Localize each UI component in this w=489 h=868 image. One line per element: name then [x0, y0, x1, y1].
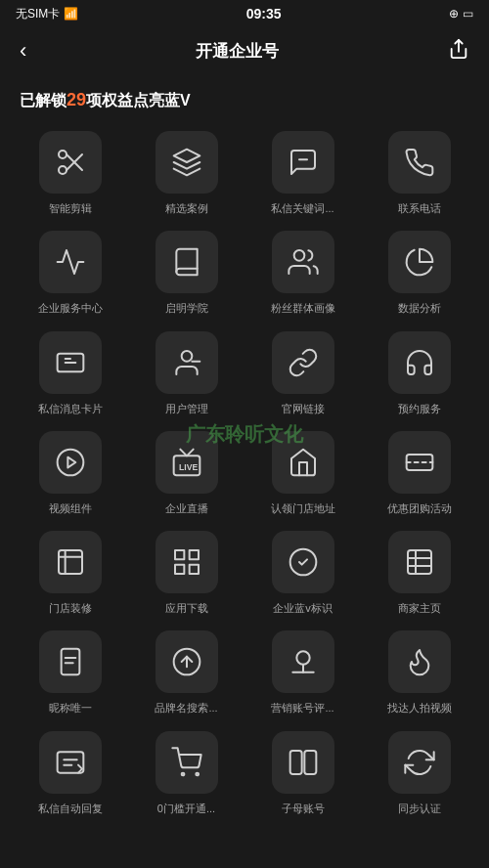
icon-box-item-25 — [39, 731, 102, 794]
grid-item-item-24[interactable]: 找达人拍视频 — [365, 630, 473, 715]
icon-box-item-9 — [39, 331, 102, 394]
grid-item-item-19[interactable]: 企业蓝v标识 — [248, 531, 357, 615]
icon-label-item-19: 企业蓝v标识 — [273, 601, 333, 615]
icon-label-item-11: 官网链接 — [282, 402, 325, 415]
icon-box-item-26 — [156, 731, 218, 794]
grid-item-item-16[interactable]: 优惠团购活动 — [365, 431, 473, 515]
icon-label-item-23: 营销账号评... — [271, 701, 333, 715]
icon-box-item-7 — [272, 231, 334, 293]
grid-item-item-11[interactable]: 官网链接 — [248, 331, 357, 415]
icon-box-item-17 — [39, 531, 102, 593]
icon-box-item-3 — [272, 131, 334, 194]
grid-item-item-25[interactable]: 私信自动回复 — [16, 731, 124, 815]
icon-box-item-21 — [39, 630, 102, 693]
svg-marker-12 — [67, 457, 75, 468]
grid-item-item-26[interactable]: 0门槛开通... — [132, 731, 241, 815]
features-grid: 智能剪辑 精选案例 私信关键词... 联系电话 企业服务中心 — [0, 119, 489, 827]
grid-item-item-4[interactable]: 联系电话 — [365, 131, 473, 215]
icon-label-item-13: 视频组件 — [49, 501, 92, 515]
icon-label-item-21: 昵称唯一 — [49, 701, 92, 715]
icon-box-item-22 — [156, 630, 218, 693]
icon-label-item-25: 私信自动回复 — [38, 802, 103, 815]
svg-point-11 — [57, 450, 83, 476]
grid-item-item-5[interactable]: 企业服务中心 — [16, 231, 124, 315]
icon-box-item-6 — [156, 231, 218, 293]
grid-item-item-18[interactable]: 应用下载 — [132, 531, 241, 615]
icon-label-item-2: 精选案例 — [165, 201, 208, 215]
grid-item-item-28[interactable]: 同步认证 — [365, 731, 473, 815]
svg-rect-20 — [175, 550, 184, 559]
grid-item-item-6[interactable]: 启明学院 — [132, 231, 241, 315]
svg-rect-40 — [304, 751, 316, 774]
svg-rect-22 — [175, 565, 184, 574]
grid-item-item-23[interactable]: 营销账号评... — [248, 630, 357, 715]
icon-box-item-1 — [39, 131, 102, 194]
grid-item-item-2[interactable]: 精选案例 — [132, 131, 241, 215]
icon-label-item-15: 认领门店地址 — [271, 501, 335, 515]
icon-label-item-5: 企业服务中心 — [38, 301, 103, 315]
svg-point-34 — [296, 652, 309, 665]
icon-box-item-13 — [39, 431, 102, 494]
status-bar: 无SIM卡 📶 09:35 ⊕ ▭ — [0, 0, 489, 27]
svg-rect-17 — [59, 550, 82, 574]
svg-point-5 — [293, 250, 304, 261]
grid-item-item-12[interactable]: 预约服务 — [365, 331, 473, 415]
svg-marker-3 — [173, 150, 200, 162]
share-button[interactable] — [444, 34, 473, 68]
icon-label-item-24: 找达人拍视频 — [387, 701, 452, 715]
icon-box-item-19 — [272, 531, 334, 593]
icon-box-item-8 — [388, 231, 451, 293]
grid-item-item-15[interactable]: 认领门店地址 — [248, 431, 357, 515]
grid-item-item-17[interactable]: 门店装修 — [16, 531, 124, 615]
header-suffix: 项权益点亮蓝V — [86, 92, 191, 108]
icon-label-item-9: 私信消息卡片 — [38, 402, 103, 415]
svg-rect-25 — [408, 550, 431, 574]
grid-item-item-21[interactable]: 昵称唯一 — [16, 630, 124, 715]
icon-box-item-5 — [39, 231, 102, 293]
svg-point-9 — [181, 351, 192, 362]
grid-item-item-3[interactable]: 私信关键词... — [248, 131, 357, 215]
svg-rect-39 — [289, 751, 301, 774]
icon-label-item-7: 粉丝群体画像 — [271, 301, 335, 315]
header-prefix: 已解锁 — [20, 92, 67, 108]
no-sim-label: 无SIM卡 — [16, 6, 60, 22]
unlock-count: 29 — [67, 90, 86, 109]
svg-point-37 — [181, 772, 184, 775]
icon-label-item-4: 联系电话 — [398, 201, 441, 215]
icon-label-item-28: 同步认证 — [398, 802, 441, 815]
header-text: 已解锁29项权益点亮蓝V — [20, 92, 191, 108]
icon-label-item-27: 子母账号 — [282, 802, 325, 815]
grid-item-item-13[interactable]: 视频组件 — [16, 431, 124, 515]
icon-label-item-26: 0门槛开通... — [157, 802, 215, 815]
grid-item-item-20[interactable]: 商家主页 — [365, 531, 473, 615]
grid-item-item-1[interactable]: 智能剪辑 — [16, 131, 124, 215]
back-button[interactable]: ‹ — [16, 34, 30, 67]
status-left: 无SIM卡 📶 — [16, 6, 78, 22]
icon-box-item-24 — [388, 630, 451, 693]
grid-item-item-22[interactable]: 品牌名搜索... — [132, 630, 241, 715]
icon-box-item-20 — [388, 531, 451, 593]
grid-item-item-27[interactable]: 子母账号 — [248, 731, 357, 815]
status-right: ⊕ ▭ — [449, 7, 473, 21]
icon-box-item-11 — [272, 331, 334, 394]
grid-item-item-8[interactable]: 数据分析 — [365, 231, 473, 315]
svg-rect-21 — [189, 550, 198, 559]
svg-rect-23 — [189, 565, 198, 574]
icon-label-item-16: 优惠团购活动 — [387, 501, 452, 515]
icon-box-item-23 — [272, 630, 334, 693]
battery-icon: ▭ — [463, 7, 473, 21]
icon-box-item-2 — [156, 131, 218, 194]
grid-item-item-9[interactable]: 私信消息卡片 — [16, 331, 124, 415]
svg-point-38 — [196, 772, 199, 775]
grid-item-item-14[interactable]: LIVE 企业直播 — [132, 431, 241, 515]
icon-label-item-12: 预约服务 — [398, 402, 441, 415]
icon-label-item-14: 企业直播 — [165, 501, 208, 515]
icon-box-item-12 — [388, 331, 451, 394]
page-title: 开通企业号 — [196, 40, 279, 63]
icon-box-item-18 — [156, 531, 218, 593]
icon-label-item-10: 用户管理 — [165, 402, 208, 415]
grid-item-item-7[interactable]: 粉丝群体画像 — [248, 231, 357, 315]
icon-label-item-22: 品牌名搜索... — [155, 701, 217, 715]
icon-box-item-14: LIVE — [156, 431, 218, 494]
grid-item-item-10[interactable]: 用户管理 — [132, 331, 241, 415]
